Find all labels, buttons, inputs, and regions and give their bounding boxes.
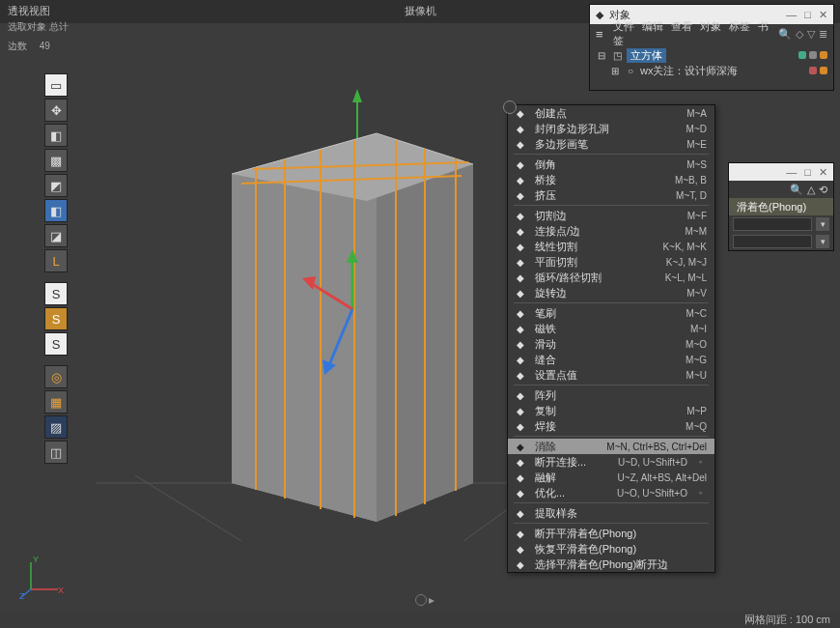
- menu-item-阵列[interactable]: ◆阵列: [508, 387, 714, 403]
- menu-item-复制[interactable]: ◆复制M~P: [508, 403, 714, 418]
- menu-item-焊接[interactable]: ◆焊接M~Q: [508, 418, 714, 434]
- layer-icon[interactable]: ≣: [819, 28, 827, 41]
- menu-item-label: 切割边: [535, 209, 567, 223]
- expand-icon[interactable]: ⊟: [596, 49, 607, 61]
- obj-tool[interactable]: ◩: [44, 174, 68, 197]
- menu-item-shortcut: K~K, M~K: [662, 242, 707, 252]
- menu-item-设置点值[interactable]: ◆设置点值M~U: [508, 367, 714, 383]
- minimize-icon[interactable]: —: [786, 9, 797, 21]
- minimize-icon[interactable]: —: [786, 166, 797, 178]
- tree-item-label[interactable]: wx关注：设计师深海: [640, 64, 738, 78]
- tree-item-tags[interactable]: [809, 67, 827, 74]
- menu-item-shortcut: M~V: [686, 288, 707, 299]
- diag-tool[interactable]: ▨: [44, 415, 68, 439]
- menu-item-label: 滑动: [535, 337, 556, 352]
- menu-item-连接点/边[interactable]: ◆连接点/边M~M: [508, 223, 714, 239]
- menu-item-label: 阵列: [535, 388, 556, 403]
- menu-item-线性切割[interactable]: ◆线性切割K~K, M~K: [508, 239, 714, 254]
- menu-item-提取样条[interactable]: ◆提取样条: [508, 505, 714, 521]
- tree-row[interactable]: ⊟◳立方体: [596, 47, 827, 63]
- smooth-icon: ◆: [514, 353, 527, 366]
- menu-标签[interactable]: 标签: [729, 20, 750, 32]
- menu-item-多边形画笔[interactable]: ◆多边形画笔M~E: [508, 136, 714, 152]
- maximize-icon[interactable]: □: [804, 166, 811, 178]
- menu-item-挤压[interactable]: ◆挤压M~T, D: [508, 187, 714, 203]
- grid-spacing: 网格间距 : 100 cm: [744, 613, 830, 627]
- connect-icon: ◆: [514, 224, 527, 238]
- cube-tool[interactable]: ◧: [44, 124, 68, 147]
- menu-item-桥接[interactable]: ◆桥接M~B, B: [508, 172, 714, 187]
- svg-marker-4: [352, 89, 362, 102]
- menu-item-shortcut: M~M: [686, 226, 708, 237]
- search-icon[interactable]: 🔍: [790, 184, 803, 196]
- compound-tool[interactable]: ◪: [44, 224, 68, 247]
- l-tool[interactable]: L: [44, 249, 68, 272]
- close-icon[interactable]: ✕: [819, 9, 827, 21]
- s2-tool[interactable]: S: [44, 307, 68, 330]
- menu-item-平面切割[interactable]: ◆平面切割K~J, M~J: [508, 254, 714, 270]
- s1-tool[interactable]: S: [44, 282, 68, 305]
- s3-tool[interactable]: S: [44, 332, 68, 356]
- tree-row[interactable]: ⊞○wx关注：设计师深海: [596, 63, 827, 78]
- cam-tool[interactable]: ◫: [44, 441, 68, 464]
- menu-查看[interactable]: 查看: [671, 20, 692, 32]
- menu-item-磁铁[interactable]: ◆磁铁M~I: [508, 321, 714, 336]
- menu-item-shortcut: M~P: [686, 406, 707, 416]
- menu-item-断开连接...[interactable]: ◆断开连接...U~D, U~Shift+D◦: [508, 454, 714, 470]
- menu-item-循环/路径切割[interactable]: ◆循环/路径切割K~L, M~L: [508, 270, 714, 285]
- pin-icon[interactable]: ⟲: [819, 184, 827, 196]
- menu-item-优化...[interactable]: ◆优化...U~O, U~Shift+O◦: [508, 485, 714, 500]
- move-tool[interactable]: ✥: [44, 99, 68, 122]
- menu-item-创建点[interactable]: ◆创建点M~A: [508, 105, 714, 121]
- eye-icon[interactable]: ▽: [807, 28, 815, 41]
- sel-tool[interactable]: ◧: [44, 199, 68, 222]
- dropdown-icon[interactable]: ▾: [816, 235, 829, 248]
- menu-item-选择平滑着色(Phong)断开边[interactable]: ◆选择平滑着色(Phong)断开边: [508, 557, 714, 572]
- menu-item-消除[interactable]: ◆消除M~N, Ctrl+BS, Ctrl+Del: [508, 439, 714, 454]
- context-menu-handle-icon[interactable]: [503, 100, 517, 114]
- object-tree[interactable]: ⊟◳立方体⊞○wx关注：设计师深海: [590, 43, 833, 90]
- menu-文件[interactable]: 文件: [613, 20, 634, 32]
- menu-编辑[interactable]: 编辑: [642, 20, 663, 32]
- search-icon[interactable]: 🔍: [778, 28, 792, 41]
- menu-item-倒角[interactable]: ◆倒角M~S: [508, 157, 714, 172]
- expand-icon[interactable]: ⊞: [609, 65, 621, 76]
- menu-item-缝合[interactable]: ◆缝合M~G: [508, 352, 714, 367]
- opt-icon: ◆: [514, 486, 527, 500]
- menu-item-恢复平滑着色(Phong)[interactable]: ◆恢复平滑着色(Phong): [508, 541, 714, 557]
- attr-field-row: ▾: [729, 215, 833, 233]
- ring-tool[interactable]: ◎: [44, 365, 68, 388]
- menu-item-切割边[interactable]: ◆切割边M~F: [508, 208, 714, 223]
- dropdown-icon[interactable]: ▾: [816, 217, 829, 231]
- plane-icon: ◆: [514, 255, 527, 269]
- menu-item-断开平滑着色(Phong)[interactable]: ◆断开平滑着色(Phong): [508, 526, 714, 541]
- menu-item-旋转边[interactable]: ◆旋转边M~V: [508, 285, 714, 300]
- del-icon: ◆: [514, 440, 527, 453]
- menu-item-滑动[interactable]: ◆滑动M~O: [508, 336, 714, 352]
- attr-field-1[interactable]: [733, 217, 812, 231]
- object-manager-window[interactable]: ◆ 对象 — □ ✕ ≡ 文件编辑查看对象标签书签 🔍 ◇ ▽ ≣ ⊟◳立方体⊞…: [589, 4, 834, 91]
- menu-item-封闭多边形孔洞[interactable]: ◆封闭多边形孔洞M~D: [508, 121, 714, 136]
- menu-item-shortcut: M~U: [686, 370, 707, 381]
- menu-item-融解[interactable]: ◆融解U~Z, Alt+BS, Alt+Del: [508, 470, 714, 485]
- menu-item-笔刷[interactable]: ◆笔刷M~C: [508, 305, 714, 321]
- clone-icon: ◆: [514, 404, 527, 417]
- maximize-icon[interactable]: □: [804, 9, 811, 21]
- grid-tool[interactable]: ▦: [44, 390, 68, 414]
- attr-field-2[interactable]: [733, 235, 812, 248]
- attr-tab[interactable]: 滑着色(Phong): [729, 198, 833, 215]
- menu-对象[interactable]: 对象: [700, 20, 721, 32]
- lock-icon[interactable]: △: [807, 184, 815, 196]
- menu-item-label: 提取样条: [535, 506, 577, 521]
- tree-item-tags[interactable]: [798, 51, 827, 59]
- checker-tool[interactable]: ▩: [44, 149, 68, 172]
- brush-icon: ◆: [514, 137, 527, 151]
- menu-item-label: 封闭多边形孔洞: [535, 122, 609, 136]
- hamburger-icon[interactable]: ≡: [596, 27, 603, 42]
- filter-icon[interactable]: ◇: [796, 28, 803, 41]
- tree-item-label[interactable]: 立方体: [627, 48, 666, 63]
- context-menu[interactable]: ◆创建点M~A◆封闭多边形孔洞M~D◆多边形画笔M~E◆倒角M~S◆桥接M~B,…: [507, 104, 715, 573]
- close-icon[interactable]: ✕: [819, 166, 827, 179]
- attribute-window[interactable]: — □ ✕ 🔍 △ ⟲ 滑着色(Phong) ▾ ▾: [728, 162, 834, 251]
- live-selection-tool[interactable]: ▭: [44, 73, 68, 97]
